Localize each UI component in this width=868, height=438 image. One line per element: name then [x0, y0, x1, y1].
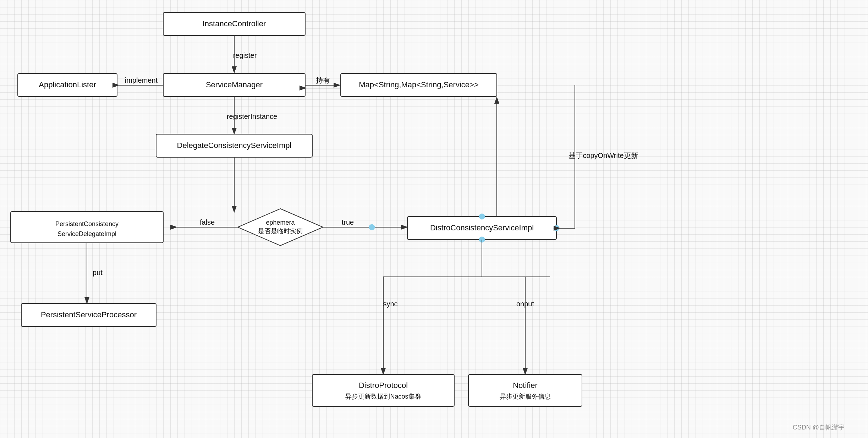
sync-label: sync — [383, 300, 397, 308]
implement-label: implement — [125, 76, 158, 84]
notifier-box — [468, 374, 582, 406]
svg-point-11 — [369, 224, 375, 230]
notifier-label2: 异步更新服务信息 — [500, 393, 551, 400]
true-label: true — [342, 218, 354, 226]
persistent-delegate-label2: ServiceDelegateImpl — [57, 230, 116, 237]
diamond-label2: 是否是临时实例 — [258, 228, 303, 235]
distro-protocol-box — [312, 374, 454, 406]
distro-protocol-label1: DistroProtocol — [359, 381, 408, 390]
copy-on-write-label: 基于copyOnWrite更新 — [568, 152, 638, 159]
distro-protocol-label2: 异步更新数据到Nacos集群 — [345, 393, 421, 400]
put-label: put — [93, 269, 103, 277]
notifier-label1: Notifier — [513, 381, 538, 390]
onput-label: onput — [516, 300, 534, 308]
application-lister-label: ApplicationLister — [39, 80, 96, 89]
false-label: false — [200, 218, 215, 226]
service-manager-label: ServiceManager — [206, 80, 263, 89]
persistent-processor-label: PersistentServiceProcessor — [41, 310, 137, 319]
svg-point-13 — [479, 214, 485, 219]
persistent-delegate-label1: PersistentConsistency — [55, 220, 119, 228]
watermark: CSDN @自帆游宇 — [793, 424, 845, 431]
distro-consistency-label: DistroConsistencyServiceImpl — [430, 223, 534, 232]
register-instance-label: registerInstance — [227, 113, 277, 120]
instance-controller-label: InstanceController — [203, 19, 266, 28]
hold-label: 持有 — [316, 76, 330, 84]
svg-point-14 — [554, 225, 559, 231]
delegate-consistency-label: DelegateConsistencyServiceImpl — [177, 141, 292, 150]
map-string-label: Map<String,Map<String,Service>> — [359, 80, 479, 89]
diamond-label1: ephemera — [266, 219, 295, 226]
diagram-container: InstanceController register ServiceManag… — [0, 0, 868, 438]
register-label: register — [233, 51, 257, 59]
